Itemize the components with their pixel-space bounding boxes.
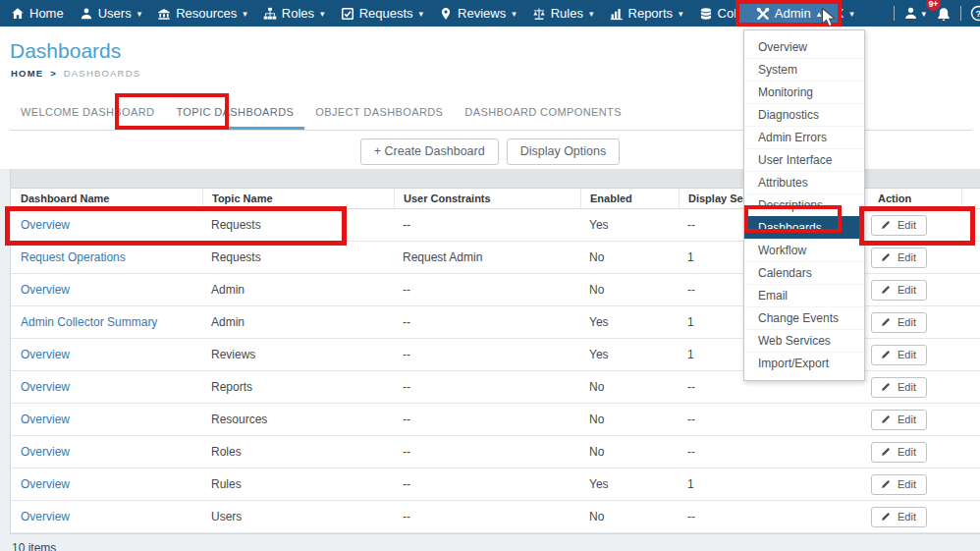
enabled-cell: Yes (580, 315, 679, 329)
user-constraints-cell: -- (394, 510, 580, 523)
nav-item-resources[interactable]: Resources▾ (149, 0, 255, 27)
menu-item-email[interactable]: Email (744, 284, 864, 306)
pencil-icon (881, 349, 892, 359)
requests-icon (341, 7, 354, 21)
pencil-icon (881, 413, 892, 424)
user-account-menu[interactable]: ▾ (903, 6, 926, 21)
pencil-icon (881, 284, 892, 295)
topic-name-cell: Admin (202, 283, 394, 297)
column-header-user-constraints[interactable]: User Constraints (394, 189, 580, 208)
bell-icon (936, 7, 952, 23)
topic-name-cell: Resources (202, 413, 394, 426)
nav-item-reviews[interactable]: Reviews▾ (431, 0, 524, 27)
edit-button[interactable]: Edit (871, 248, 927, 268)
column-header-action[interactable]: Action (855, 189, 961, 208)
breadcrumb-current: DASHBOARDS (64, 68, 141, 79)
tab-welcome-dashboard[interactable]: WELCOME DASHBOARD (10, 95, 165, 130)
edit-button[interactable]: Edit (871, 345, 927, 365)
dashboard-name-link[interactable]: Overview (21, 348, 70, 361)
user-constraints-cell: -- (394, 315, 580, 329)
menu-item-web-services[interactable]: Web Services (744, 329, 864, 352)
notifications-button[interactable]: 9+ (936, 4, 952, 23)
user-constraints-cell: -- (394, 283, 580, 297)
help-button[interactable]: ? (970, 5, 980, 22)
enabled-cell: Yes (580, 348, 679, 361)
menu-item-user-interface[interactable]: User Interface (744, 148, 864, 171)
nav-item-label: Reports (628, 6, 674, 21)
menu-item-import-export[interactable]: Import/Export (744, 352, 864, 374)
display-sequence-cell: -- (679, 380, 855, 394)
column-header-topic-name[interactable]: Topic Name (202, 189, 394, 208)
menu-item-change-events[interactable]: Change Events (744, 306, 864, 329)
topic-name-cell: Requests (202, 218, 394, 232)
edit-button[interactable]: Edit (871, 377, 927, 398)
menu-item-attributes[interactable]: Attributes (744, 171, 864, 193)
tab-topic-dashboards[interactable]: TOPIC DASHBOARDS (165, 95, 304, 130)
dashboard-name-link[interactable]: Overview (21, 413, 70, 426)
topic-name-cell: Roles (202, 445, 394, 459)
breadcrumb-separator: > (50, 68, 57, 79)
dashboard-name-link[interactable]: Overview (21, 380, 70, 394)
reviews-icon (439, 7, 453, 21)
table-row: OverviewUsers--No--Edit (11, 501, 980, 533)
dashboard-name-link[interactable]: Overview (21, 477, 70, 491)
topic-name-cell: Admin (202, 315, 394, 329)
edit-button[interactable]: Edit (871, 215, 927, 236)
top-navigation-bar: HomeUsers▾Resources▾Roles▾Requests▾Revie… (0, 0, 980, 27)
menu-item-overview[interactable]: Overview (744, 36, 864, 58)
nav-item-users[interactable]: Users▾ (72, 0, 149, 27)
edit-button[interactable]: Edit (871, 507, 927, 527)
menu-item-descriptions[interactable]: Descriptions (744, 193, 864, 216)
menu-item-system[interactable]: System (744, 58, 864, 81)
edit-button[interactable]: Edit (871, 442, 927, 463)
column-header-empty (961, 189, 980, 208)
dashboard-name-link[interactable]: Overview (21, 510, 70, 523)
column-header-dashboard-name[interactable]: Dashboard Name (11, 189, 202, 208)
edit-button[interactable]: Edit (871, 410, 927, 430)
nav-item-roles[interactable]: Roles▾ (255, 0, 333, 27)
create-dashboard-button[interactable]: + Create Dashboard (360, 138, 499, 165)
menu-item-diagnostics[interactable]: Diagnostics (744, 103, 864, 126)
chevron-up-icon: ▴ (817, 9, 822, 19)
edit-button[interactable]: Edit (871, 280, 927, 301)
dashboard-name-link[interactable]: Overview (21, 445, 70, 459)
menu-item-monitoring[interactable]: Monitoring (744, 81, 864, 103)
tab-object-dashboards[interactable]: OBJECT DASHBOARDS (304, 95, 454, 130)
chevron-down-icon: ▾ (679, 9, 683, 19)
user-constraints-cell: -- (394, 477, 580, 491)
nav-item-reports[interactable]: Reports▾ (602, 0, 691, 27)
dashboard-name-link[interactable]: Admin Collector Summary (21, 315, 157, 329)
chevron-down-icon: ▾ (137, 9, 142, 19)
tab-dashboard-components[interactable]: DASHBOARD COMPONENTS (454, 95, 632, 130)
menu-item-admin-errors[interactable]: Admin Errors (744, 126, 864, 148)
enabled-cell: No (580, 250, 679, 264)
nav-item-label: Resources (176, 6, 237, 21)
column-header-enabled[interactable]: Enabled (580, 189, 679, 208)
resources-icon (157, 7, 171, 21)
admin-dropdown-menu: OverviewSystemMonitoringDiagnosticsAdmin… (743, 29, 865, 381)
nav-item-admin[interactable]: Admin▴ (736, 0, 841, 27)
dashboard-name-link[interactable]: Overview (21, 218, 70, 232)
dashboard-name-link[interactable]: Request Operations (21, 250, 126, 264)
pencil-icon (881, 446, 892, 457)
enabled-cell: Yes (580, 477, 679, 491)
user-icon (903, 6, 918, 21)
nav-item-label: Admin (775, 6, 811, 21)
nav-item-home[interactable]: Home (3, 0, 72, 27)
pencil-icon (881, 316, 892, 327)
edit-button[interactable]: Edit (871, 474, 927, 495)
nav-right-group: ▾ 9+ ? (885, 0, 980, 27)
display-options-button[interactable]: Display Options (507, 138, 621, 165)
edit-button[interactable]: Edit (871, 312, 927, 333)
dashboard-name-link[interactable]: Overview (21, 283, 70, 297)
chevron-down-icon: ▾ (243, 9, 247, 19)
nav-item-rules[interactable]: Rules▾ (524, 0, 602, 27)
roles-icon (263, 7, 277, 21)
reports-icon (610, 7, 624, 21)
topic-name-cell: Reports (202, 380, 394, 394)
menu-item-workflow[interactable]: Workflow (744, 239, 864, 261)
nav-item-requests[interactable]: Requests▾ (333, 0, 431, 27)
menu-item-dashboards[interactable]: Dashboards (744, 216, 864, 239)
menu-item-calendars[interactable]: Calendars (744, 261, 864, 284)
breadcrumb-home[interactable]: HOME (11, 68, 43, 79)
